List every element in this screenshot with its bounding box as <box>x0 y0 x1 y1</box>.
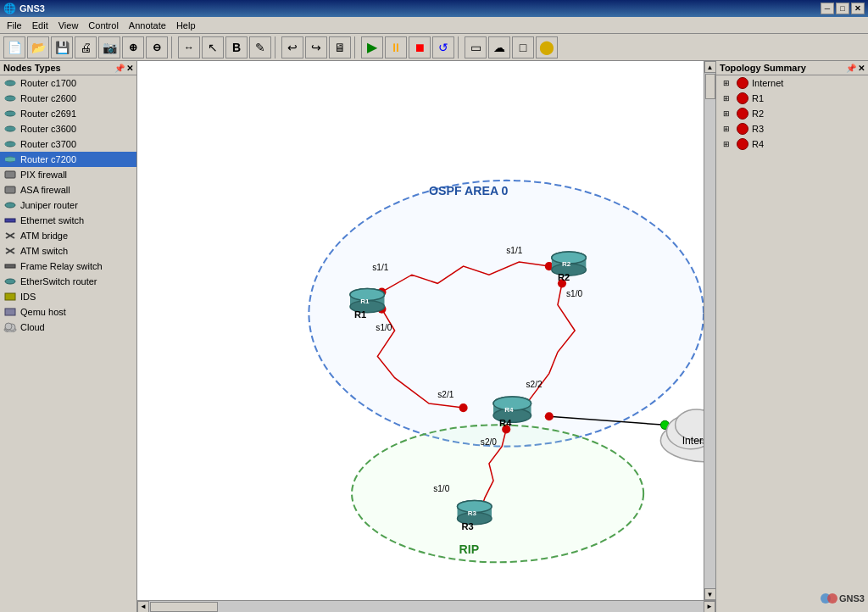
scroll-track <box>704 73 716 588</box>
svg-text:R3: R3 <box>468 509 477 517</box>
reload-all-button[interactable]: ↺ <box>432 36 454 58</box>
topology-pin-button[interactable]: 📌 <box>846 64 856 73</box>
expand-R1[interactable]: ⊞ <box>723 94 733 103</box>
svg-point-14 <box>5 203 15 208</box>
status-icon-R4 <box>737 138 748 150</box>
node-label: IDS <box>20 292 36 302</box>
node-router-c2600[interactable]: Router c2600 <box>0 91 136 106</box>
switch-icon <box>3 214 17 227</box>
nodes-pin-button[interactable]: 📌 <box>114 64 125 73</box>
move-button[interactable]: B <box>225 36 248 58</box>
router-icon <box>3 76 17 90</box>
undo-button[interactable]: ↩ <box>281 36 303 58</box>
scroll-left-button[interactable]: ◄ <box>137 601 149 613</box>
router-icon <box>3 137 17 151</box>
zoom-in-button[interactable]: ⊕ <box>122 36 144 58</box>
sep3 <box>354 36 358 58</box>
horizontal-scrollbar[interactable]: ◄ ► <box>137 600 715 612</box>
topology-item-internet[interactable]: ⊞ Internet <box>716 75 868 91</box>
node-pix-firewall[interactable]: PIX firewall <box>0 167 136 182</box>
svg-text:R2: R2 <box>562 260 571 268</box>
topology-item-R4[interactable]: ⊞ R4 <box>716 136 868 152</box>
node-ethernet-switch[interactable]: Ethernet switch <box>0 213 136 228</box>
node-router-c3700[interactable]: Router c3700 <box>0 136 136 152</box>
annotate-button[interactable]: ✎ <box>249 36 271 58</box>
maximize-button[interactable] <box>836 3 849 14</box>
node-asa-firewall[interactable]: ASA firewall <box>0 182 136 198</box>
window-controls <box>821 3 865 14</box>
toolbar: 📄 📂 💾 🖨 📷 ⊕ ⊖ ↔ ↖ B ✎ ↩ ↪ 🖥 ▶ ⏸ ⏹ ↺ ▭ ☁ … <box>0 34 868 61</box>
node-router-c1700[interactable]: Router c1700 <box>0 75 136 91</box>
node-ids[interactable]: IDS <box>0 289 136 304</box>
node-atm-switch[interactable]: ATM switch <box>0 243 136 259</box>
menu-annotate[interactable]: Annotate <box>124 19 171 32</box>
node-cloud[interactable]: Cloud <box>0 320 136 335</box>
topology-item-R1[interactable]: ⊞ R1 <box>716 91 868 106</box>
svg-text:R2: R2 <box>558 272 570 282</box>
node-router-c3600[interactable]: Router c3600 <box>0 121 136 136</box>
menu-view[interactable]: View <box>53 19 84 32</box>
scroll-down-button[interactable]: ▼ <box>704 588 716 600</box>
svg-point-38 <box>459 403 468 412</box>
stop-all-button[interactable]: ⏹ <box>409 36 431 58</box>
expand-R3[interactable]: ⊞ <box>723 125 733 133</box>
menu-help[interactable]: Help <box>171 19 201 32</box>
node-frame-relay-switch[interactable]: Frame Relay switch <box>0 259 136 274</box>
node-qemu-host[interactable]: Qemu host <box>0 304 136 320</box>
screenshot-button[interactable]: 📷 <box>98 36 120 58</box>
close-button[interactable] <box>851 3 865 14</box>
firewall-icon <box>3 168 17 181</box>
h-scroll-thumb[interactable] <box>150 602 218 612</box>
svg-text:OSPF AREA 0: OSPF AREA 0 <box>429 184 508 198</box>
canvas[interactable]: OSPF AREA 0 RIP <box>137 61 704 600</box>
expand-internet[interactable]: ⊞ <box>723 79 733 87</box>
node-juniper-router[interactable]: Juniper router <box>0 198 136 213</box>
svg-text:s1/0: s1/0 <box>566 289 582 298</box>
select-button[interactable]: ↖ <box>202 36 224 58</box>
new-button[interactable]: 📄 <box>3 36 25 58</box>
topology-panel: Topology Summary 📌 ✕ ⊞ Internet ⊞ R1 ⊞ R… <box>715 61 868 612</box>
scroll-right-button[interactable]: ► <box>704 601 715 613</box>
topology-item-R2[interactable]: ⊞ R2 <box>716 106 868 121</box>
redo-button[interactable]: ↪ <box>305 36 327 58</box>
svg-text:s2/0: s2/0 <box>481 437 497 447</box>
node-label: PIX firewall <box>20 170 67 180</box>
status-icon-internet <box>737 77 748 89</box>
terminal-button[interactable]: 🖥 <box>329 36 351 58</box>
nodes-close-button[interactable]: ✕ <box>126 64 133 73</box>
h-scroll-track <box>149 601 704 613</box>
open-button[interactable]: 📂 <box>27 36 49 58</box>
cloud-button[interactable]: ☁ <box>488 36 510 58</box>
minimize-button[interactable] <box>821 3 834 14</box>
node-atm-bridge[interactable]: ATM bridge <box>0 228 136 243</box>
suspend-all-button[interactable]: ⏸ <box>385 36 407 58</box>
internet-cloud[interactable]: Internet <box>660 408 704 462</box>
menu-edit[interactable]: Edit <box>27 19 53 32</box>
expand-R4[interactable]: ⊞ <box>723 140 733 148</box>
vertical-scrollbar[interactable]: ▲ ▼ <box>704 61 715 600</box>
print-button[interactable]: 🖨 <box>75 36 97 58</box>
zoom-out-button[interactable]: ⊖ <box>146 36 168 58</box>
svg-text:R4: R4 <box>499 418 512 428</box>
svg-rect-12 <box>5 171 15 178</box>
start-all-button[interactable]: ▶ <box>361 36 383 58</box>
expand-R2[interactable]: ⊞ <box>723 109 733 118</box>
scroll-thumb[interactable] <box>705 74 715 99</box>
console-button[interactable]: ▭ <box>465 36 487 58</box>
circle-button[interactable]: ⬤ <box>536 36 558 58</box>
node-router-c7200[interactable]: Router c7200 <box>0 152 136 167</box>
save-button[interactable]: 💾 <box>51 36 73 58</box>
node-router-c2691[interactable]: Router c2691 <box>0 106 136 121</box>
topology-svg: OSPF AREA 0 RIP <box>137 61 704 600</box>
link-tool-button[interactable]: ↔ <box>178 36 200 58</box>
svg-rect-13 <box>5 186 15 193</box>
topology-item-R3[interactable]: ⊞ R3 <box>716 121 868 136</box>
menu-file[interactable]: File <box>2 19 27 32</box>
square-button[interactable]: □ <box>512 36 534 58</box>
scroll-up-button[interactable]: ▲ <box>704 61 716 73</box>
node-etherswitch-router[interactable]: EtherSwitch router <box>0 274 136 289</box>
topology-close-button[interactable]: ✕ <box>858 64 865 73</box>
topology-label-R1: R1 <box>752 93 764 103</box>
topology-header-controls: 📌 ✕ <box>846 64 865 73</box>
menu-control[interactable]: Control <box>83 19 123 32</box>
